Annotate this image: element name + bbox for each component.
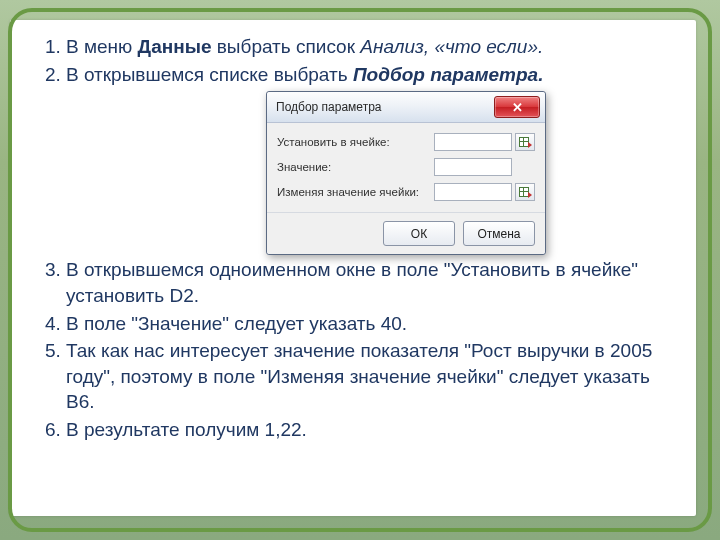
content-panel: В меню Данные выбрать список Анализ, «чт… bbox=[10, 20, 696, 516]
step-6: В результате получим 1,22. bbox=[66, 417, 670, 443]
row-set-cell: Установить в ячейке: bbox=[277, 133, 535, 151]
ok-label: ОК bbox=[411, 226, 427, 242]
step-4: В поле "Значение" следует указать 40. bbox=[66, 311, 670, 337]
step-3-text: В открывшемся одноименном окне в поле "У… bbox=[66, 259, 638, 306]
slide: В меню Данные выбрать список Анализ, «чт… bbox=[0, 0, 720, 540]
label-value: Значение: bbox=[277, 160, 434, 176]
step-1: В меню Данные выбрать список Анализ, «чт… bbox=[66, 34, 670, 60]
ref-button-set-cell[interactable] bbox=[515, 133, 535, 151]
step-3: В открывшемся одноименном окне в поле "У… bbox=[66, 257, 670, 308]
row-value: Значение: bbox=[277, 158, 535, 176]
label-set-cell: Установить в ячейке: bbox=[277, 135, 434, 151]
dialog-button-row: ОК Отмена bbox=[267, 212, 545, 254]
ok-button[interactable]: ОК bbox=[383, 221, 455, 246]
dialog-container: Подбор параметра ✕ Установить в ячейке: bbox=[66, 87, 670, 255]
range-select-icon bbox=[519, 187, 531, 197]
step-1-bold: Данные bbox=[138, 36, 212, 57]
step-2-text-a: В открывшемся списке выбрать bbox=[66, 64, 353, 85]
cancel-button[interactable]: Отмена bbox=[463, 221, 535, 246]
step-5-text: Так как нас интересует значение показате… bbox=[66, 340, 652, 412]
step-1-text-a: В меню bbox=[66, 36, 138, 57]
step-1-text-c: выбрать список bbox=[211, 36, 360, 57]
dialog-titlebar[interactable]: Подбор параметра ✕ bbox=[267, 92, 545, 123]
input-set-cell[interactable] bbox=[434, 133, 512, 151]
range-select-icon bbox=[519, 137, 531, 147]
step-5: Так как нас интересует значение показате… bbox=[66, 338, 670, 415]
input-change-cell[interactable] bbox=[434, 183, 512, 201]
cancel-label: Отмена bbox=[477, 226, 520, 242]
row-change-cell: Изменяя значение ячейки: bbox=[277, 183, 535, 201]
step-list: В меню Данные выбрать список Анализ, «чт… bbox=[22, 34, 670, 443]
input-value[interactable] bbox=[434, 158, 512, 176]
step-4-text: В поле "Значение" следует указать 40. bbox=[66, 313, 407, 334]
step-6-text: В результате получим 1,22. bbox=[66, 419, 307, 440]
label-change-cell: Изменяя значение ячейки: bbox=[277, 185, 434, 201]
step-2: В открывшемся списке выбрать Подбор пара… bbox=[66, 62, 670, 256]
close-button[interactable]: ✕ bbox=[494, 96, 540, 118]
goal-seek-dialog: Подбор параметра ✕ Установить в ячейке: bbox=[266, 91, 546, 255]
ref-button-change-cell[interactable] bbox=[515, 183, 535, 201]
close-icon: ✕ bbox=[512, 101, 523, 114]
dialog-title: Подбор параметра bbox=[276, 99, 494, 115]
step-2-bolditalic: Подбор параметра. bbox=[353, 64, 544, 85]
dialog-body: Установить в ячейке: Значение: bbox=[267, 123, 545, 212]
step-1-italic: Анализ, «что если». bbox=[360, 36, 543, 57]
